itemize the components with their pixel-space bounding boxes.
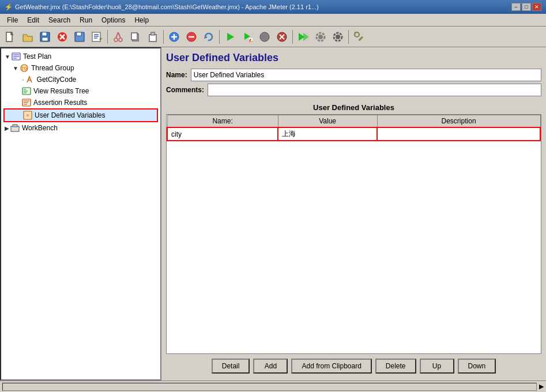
title-bar-text: GetWeather.jmx (E:\StashFolder\huoli_28@…	[15, 3, 319, 10]
toolbar-remote-play-button[interactable]	[295, 29, 311, 45]
tree-item-view-results-label: View Results Tree	[33, 87, 89, 95]
svg-rect-20	[151, 32, 155, 35]
tree-item-test-plan[interactable]: ▼ Test Plan	[3, 51, 158, 62]
app-icon: ⚡	[5, 3, 13, 11]
toolbar-play-button[interactable]	[222, 29, 238, 45]
toolbar-gear1-button[interactable]	[312, 29, 329, 45]
svg-rect-3	[42, 37, 48, 41]
bottom-buttons: Detail Add Add from Clipboard Delete Up …	[166, 354, 541, 376]
comments-row: Comments:	[166, 84, 541, 96]
tree-item-test-plan-label: Test Plan	[23, 52, 51, 61]
tree-item-assertion-label: Assertion Results	[33, 99, 87, 107]
up-button[interactable]: Up	[420, 359, 454, 374]
svg-line-16	[118, 32, 121, 38]
tree-item-getcitycode-label: GetCityCode	[37, 76, 77, 84]
toolbar	[0, 27, 546, 47]
menu-bar: File Edit Search Run Options Help	[0, 14, 546, 27]
col-header-value: Value	[278, 115, 377, 128]
tree-panel: ▼ Test Plan ▼ TG Thread Group ◦ GetCityC…	[0, 47, 161, 380]
toolbar-new-button[interactable]	[2, 29, 18, 45]
add-button[interactable]: Add	[253, 359, 288, 374]
minimize-button[interactable]: −	[511, 3, 521, 11]
menu-run[interactable]: Run	[75, 15, 97, 25]
tree-item-user-defined-variables-label: User Defined Variables	[35, 111, 106, 119]
toolbar-save-button[interactable]	[37, 29, 53, 45]
tree-item-thread-group[interactable]: ▼ TG Thread Group	[3, 62, 158, 74]
comments-input[interactable]	[208, 84, 541, 96]
vars-section: User Defined Variables Name: Value Descr…	[166, 103, 541, 376]
svg-line-15	[116, 32, 118, 38]
toolbar-remove-button[interactable]	[183, 29, 199, 45]
toolbar-play-edit-button[interactable]	[239, 29, 255, 45]
content-panel: User Defined Variables Name: Comments: U…	[161, 47, 546, 380]
toolbar-cut-button[interactable]	[110, 29, 126, 45]
name-label: Name:	[166, 71, 187, 79]
title-bar-left: ⚡ GetWeather.jmx (E:\StashFolder\huoli_2…	[5, 3, 319, 11]
detail-button[interactable]: Detail	[212, 359, 250, 374]
toolbar-stop2-button[interactable]	[257, 29, 273, 45]
panel-title: User Defined Variables	[166, 52, 541, 64]
toolbar-tools-button[interactable]	[351, 29, 367, 45]
expand-arrow-testplan: ▼	[5, 54, 10, 60]
title-bar-controls[interactable]: − □ ✕	[511, 3, 541, 11]
menu-file[interactable]: File	[2, 15, 22, 25]
col-header-name: Name:	[167, 115, 278, 128]
svg-marker-26	[227, 33, 234, 41]
menu-options[interactable]: Options	[97, 15, 130, 25]
cell-value: 上海	[278, 127, 377, 141]
add-from-clipboard-button[interactable]: Add from Clipboard	[291, 359, 371, 374]
toolbar-copy-button[interactable]	[127, 29, 144, 45]
tree-item-getcitycode[interactable]: ◦ GetCityCode	[3, 74, 158, 85]
menu-help[interactable]: Help	[130, 15, 153, 25]
scroll-right-arrow[interactable]: ▶	[539, 383, 544, 390]
tree-item-workbench[interactable]: ▶ WorkBench	[3, 122, 158, 134]
status-bar-inner	[2, 383, 537, 391]
expand-arrow-thread: ▼	[13, 65, 18, 71]
svg-point-14	[119, 38, 122, 42]
close-button[interactable]: ✕	[532, 3, 541, 11]
svg-text:TG: TG	[21, 66, 27, 71]
svg-rect-40	[358, 36, 363, 40]
svg-rect-9	[92, 32, 100, 42]
svg-point-30	[260, 32, 269, 42]
table-row[interactable]: city 上海	[167, 127, 540, 141]
menu-search[interactable]: Search	[44, 15, 75, 25]
svg-point-36	[318, 35, 323, 39]
toolbar-stopx-button[interactable]	[274, 29, 290, 45]
svg-rect-8	[77, 32, 81, 36]
expand-arrow-workbench: ▶	[5, 125, 9, 131]
svg-point-13	[114, 38, 118, 42]
down-button[interactable]: Down	[458, 359, 496, 374]
tree-item-assertion[interactable]: Assertion Results	[3, 97, 158, 108]
svg-rect-19	[149, 35, 156, 42]
toolbar-stop-button[interactable]	[54, 29, 70, 45]
toolbar-paste-button[interactable]	[145, 29, 161, 45]
toolbar-open-button[interactable]	[20, 29, 36, 45]
vars-section-title: User Defined Variables	[166, 103, 541, 112]
svg-line-42	[355, 32, 356, 33]
table-header-row: Name: Value Description	[167, 115, 540, 128]
comments-label: Comments:	[166, 86, 204, 94]
toolbar-refresh-button[interactable]	[201, 29, 217, 45]
col-header-description: Description	[377, 115, 540, 128]
title-bar: ⚡ GetWeather.jmx (E:\StashFolder\huoli_2…	[0, 0, 546, 14]
svg-marker-35	[303, 33, 309, 41]
toolbar-gear2-button[interactable]	[330, 29, 346, 45]
tree-item-workbench-label: WorkBench	[22, 124, 58, 132]
name-input[interactable]	[191, 69, 541, 81]
menu-edit[interactable]: Edit	[22, 15, 44, 25]
tree-item-view-results[interactable]: View Results Tree	[3, 85, 158, 97]
name-row: Name:	[166, 69, 541, 81]
toolbar-add-button[interactable]	[166, 29, 182, 45]
delete-button[interactable]: Delete	[375, 359, 416, 374]
status-bar: ▶	[0, 380, 546, 392]
main-container: ▼ Test Plan ▼ TG Thread Group ◦ GetCityC…	[0, 47, 546, 380]
svg-rect-2	[42, 32, 47, 36]
tree-item-user-defined-variables[interactable]: ≡ User Defined Variables	[3, 108, 158, 122]
cell-description	[377, 127, 540, 141]
toolbar-edit-button[interactable]	[89, 29, 105, 45]
svg-rect-18	[131, 33, 137, 40]
toolbar-save2-button[interactable]	[71, 29, 88, 45]
svg-point-38	[336, 35, 340, 39]
maximize-button[interactable]: □	[522, 3, 531, 11]
